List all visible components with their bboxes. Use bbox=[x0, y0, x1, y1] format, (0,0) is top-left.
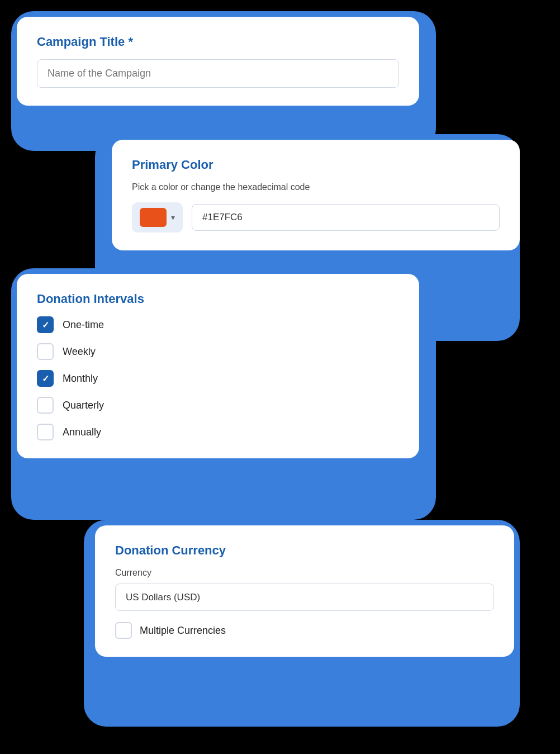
donation-currency-card: Donation Currency Currency US Dollars (U… bbox=[95, 525, 514, 657]
list-item: One-time bbox=[37, 316, 399, 333]
primary-color-card-inner: Primary Color Pick a color or change the… bbox=[112, 140, 520, 250]
primary-color-heading: Primary Color bbox=[132, 158, 500, 172]
color-swatch bbox=[140, 208, 167, 227]
interval-checkbox-weekly[interactable] bbox=[37, 343, 54, 360]
donation-intervals-card: Donation Intervals One-timeWeeklyMonthly… bbox=[17, 274, 419, 458]
list-item: Weekly bbox=[37, 343, 399, 360]
interval-label: Annually bbox=[63, 426, 101, 438]
campaign-title-card: Campaign Title * bbox=[17, 17, 419, 106]
campaign-title-heading: Campaign Title * bbox=[37, 35, 399, 49]
campaign-title-input[interactable] bbox=[37, 59, 399, 88]
donation-currency-heading: Donation Currency bbox=[115, 543, 494, 558]
interval-checkbox-quarterly[interactable] bbox=[37, 397, 54, 414]
multiple-currencies-row: Multiple Currencies bbox=[115, 622, 494, 639]
interval-label: Quarterly bbox=[63, 400, 104, 411]
interval-label: Weekly bbox=[63, 346, 96, 358]
list-item: Monthly bbox=[37, 370, 399, 387]
primary-color-description: Pick a color or change the hexadecimal c… bbox=[132, 182, 500, 192]
color-picker-button[interactable]: ▾ bbox=[132, 202, 183, 233]
campaign-title-card-inner: Campaign Title * bbox=[17, 17, 419, 106]
interval-checkbox-one-time[interactable] bbox=[37, 316, 54, 333]
intervals-list: One-timeWeeklyMonthlyQuarterlyAnnually bbox=[37, 316, 399, 440]
multiple-currencies-label: Multiple Currencies bbox=[140, 625, 226, 637]
multiple-currencies-checkbox[interactable] bbox=[115, 622, 132, 639]
color-picker-row: ▾ bbox=[132, 202, 500, 233]
donation-intervals-heading: Donation Intervals bbox=[37, 292, 399, 306]
primary-color-card: Primary Color Pick a color or change the… bbox=[112, 140, 520, 250]
interval-checkbox-monthly[interactable] bbox=[37, 370, 54, 387]
currency-label: Currency bbox=[115, 568, 494, 578]
currency-select[interactable]: US Dollars (USD) bbox=[115, 584, 494, 611]
list-item: Annually bbox=[37, 424, 399, 440]
donation-intervals-card-inner: Donation Intervals One-timeWeeklyMonthly… bbox=[17, 274, 419, 458]
interval-checkbox-annually[interactable] bbox=[37, 424, 54, 440]
list-item: Quarterly bbox=[37, 397, 399, 414]
hex-color-input[interactable] bbox=[192, 204, 500, 231]
interval-label: One-time bbox=[63, 319, 104, 331]
donation-currency-card-inner: Donation Currency Currency US Dollars (U… bbox=[95, 525, 514, 657]
chevron-down-icon: ▾ bbox=[171, 213, 175, 222]
interval-label: Monthly bbox=[63, 373, 98, 385]
